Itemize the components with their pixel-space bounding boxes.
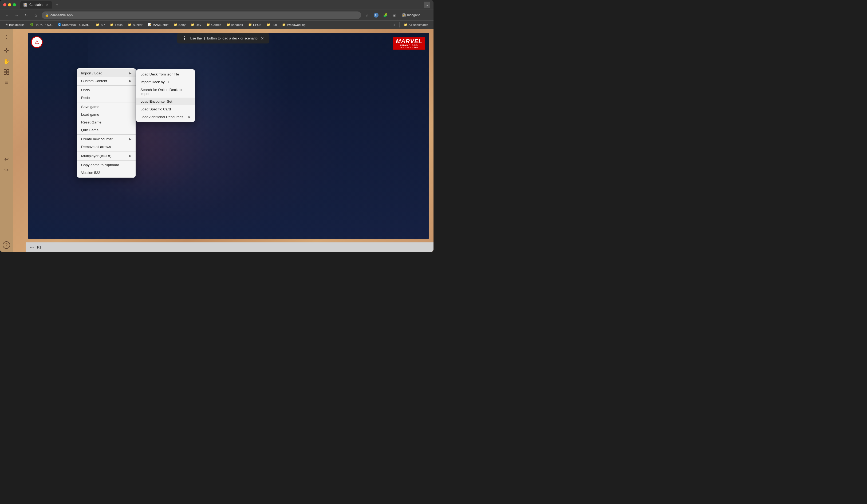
bookmark-item-fetch[interactable]: 📁 Fetch [108, 22, 125, 28]
status-dots-button[interactable]: ••• [30, 245, 34, 249]
bookmark-item-woodworking[interactable]: 📁 Woodworking [280, 22, 308, 28]
new-tab-button[interactable]: + [53, 1, 61, 9]
bookmark-item-epub[interactable]: 📁 EPUB [246, 22, 264, 28]
redo-menu-item[interactable]: Redo [77, 94, 136, 102]
bookmark-label: DreamBox - Clever... [62, 23, 90, 26]
load-deck-json-item[interactable]: Load Deck from json file [136, 70, 195, 78]
bookmark-item-bunker[interactable]: 📁 Bunker [126, 22, 144, 28]
forward-button[interactable]: → [13, 11, 20, 19]
sidebar-toggle-button[interactable]: ▣ [390, 11, 398, 19]
load-additional-resources-item[interactable]: Load Additional Resources ▶ [136, 113, 195, 121]
folder-icon: 📁 [227, 23, 231, 26]
bookmark-all-button[interactable]: 📁 All Bookmarks [402, 22, 430, 28]
sidebar-dots-button[interactable]: ⋮ [2, 32, 11, 42]
custom-content-arrow-icon: ▶ [129, 79, 131, 83]
folder-icon: 📁 [282, 23, 286, 26]
import-load-submenu: Load Deck from json file Import Deck by … [136, 69, 195, 122]
folder-icon: 📁 [128, 23, 131, 26]
url-text: card-table.app [51, 13, 73, 17]
menu-divider-1 [77, 85, 136, 86]
status-bar: ••• P1 [25, 242, 434, 252]
save-game-menu-item[interactable]: Save game [77, 103, 136, 111]
search-online-deck-item[interactable]: Search for Online Deck to Import [136, 86, 195, 98]
game-area[interactable]: ⚠ MARVEL CHAMPIONSTHE CARD GAME ⋮ Use th… [13, 29, 434, 252]
incognito-label: Incognito [407, 13, 420, 17]
redo-button[interactable]: ↪ [2, 165, 11, 175]
bookmarks-more-button[interactable]: » [392, 23, 397, 27]
hand-tool-button[interactable]: ✋ [2, 56, 11, 66]
folder-icon: 📁 [174, 23, 178, 26]
bookmark-star-button[interactable]: ☆ [363, 11, 371, 19]
bookmark-item-sandbox[interactable]: 📁 sandbox [224, 22, 245, 28]
multiplayer-menu-item[interactable]: Multiplayer (BETA) ▶ [77, 152, 136, 160]
notif-dots-icon: ⋮ [182, 36, 186, 41]
quit-game-label: Quit Game [81, 128, 98, 132]
undo-button[interactable]: ↩ [2, 154, 11, 164]
back-button[interactable]: ← [3, 11, 11, 19]
home-button[interactable]: ⌂ [32, 11, 40, 19]
close-window-button[interactable] [3, 3, 7, 7]
import-deck-id-item[interactable]: Import Deck by ID [136, 78, 195, 86]
create-counter-label: Create new counter [81, 137, 113, 141]
title-bar: 🃏 Cardtable ✕ + ⌄ [0, 0, 434, 10]
maximize-window-button[interactable] [13, 3, 16, 7]
minimize-window-button[interactable] [8, 3, 11, 7]
bookmark-item-sony[interactable]: 📁 Sony [172, 22, 188, 28]
reset-game-menu-item[interactable]: Reset Game [77, 118, 136, 126]
load-encounter-set-item[interactable]: Load Encounter Set [136, 98, 195, 105]
import-load-menu-item[interactable]: Import / Load ▶ [77, 69, 136, 77]
help-button[interactable]: ? [3, 241, 10, 249]
search-online-deck-label: Search for Online Deck to Import [140, 88, 191, 96]
remove-arrows-menu-item[interactable]: Remove all arrows [77, 143, 136, 151]
bookmark-item-dreambox[interactable]: C DreamBox - Clever... [56, 22, 93, 28]
profile-button[interactable]: G [372, 11, 380, 19]
bookmark-label: Fun [271, 23, 277, 26]
active-tab[interactable]: 🃏 Cardtable ✕ [20, 1, 52, 9]
bookmark-item-park-prog[interactable]: 🌿 PARK PROG [28, 22, 55, 28]
load-specific-card-label: Load Specific Card [140, 107, 171, 111]
bookmark-item-games[interactable]: 📁 Games [204, 22, 223, 28]
bookmark-label: Fetch [115, 23, 122, 26]
notification-close-button[interactable]: ✕ [261, 36, 264, 41]
bookmark-label: sandbox [232, 23, 243, 26]
quit-game-menu-item[interactable]: Quit Game [77, 126, 136, 134]
bookmark-item-bookmarks[interactable]: ★ Bookmarks [3, 22, 27, 28]
bookmark-label: Bookmarks [9, 23, 24, 26]
bookmark-item-fun[interactable]: 📁 Fun [265, 22, 279, 28]
incognito-button[interactable]: 🕵 Incognito [399, 11, 422, 19]
leaf-icon: 🌿 [30, 23, 34, 26]
browser-menu-button[interactable]: ⋮ [424, 12, 430, 18]
folder-icon: 📁 [110, 23, 114, 26]
extensions-button[interactable]: 🧩 [382, 11, 389, 19]
refresh-button[interactable]: ↻ [22, 11, 30, 19]
tab-close-button[interactable]: ✕ [45, 3, 49, 7]
address-bar[interactable]: 🔒 card-table.app [42, 11, 361, 19]
bookmark-label: EPUB [253, 23, 261, 26]
player-indicator: P1 [37, 245, 41, 249]
bookmark-item-mame[interactable]: 📝 MAME stuff [146, 22, 171, 28]
load-game-menu-item[interactable]: Load game [77, 111, 136, 118]
browser-window: 🃏 Cardtable ✕ + ⌄ ← → ↻ ⌂ 🔒 card-table.a… [0, 0, 434, 252]
lock-icon: 🔒 [45, 13, 49, 17]
load-encounter-set-label: Load Encounter Set [140, 99, 172, 103]
create-counter-menu-item[interactable]: Create new counter ▶ [77, 135, 136, 143]
undo-menu-item[interactable]: Undo [77, 86, 136, 94]
menu-button[interactable]: ≡ [2, 78, 11, 87]
game-logo-icon: ⚠ [31, 36, 43, 48]
dreambox-icon: C [58, 23, 61, 26]
grid-tool-button[interactable] [2, 67, 11, 77]
copy-game-menu-item[interactable]: Copy game to clipboard [77, 161, 136, 169]
move-tool-button[interactable]: ✛ [2, 46, 11, 55]
folder-icon: 📁 [248, 23, 252, 26]
window-menu-button[interactable]: ⌄ [424, 2, 430, 8]
tab-title: Cardtable [29, 3, 43, 7]
load-specific-card-item[interactable]: Load Specific Card [136, 105, 195, 113]
bookmark-item-bp[interactable]: 📁 BP [94, 22, 107, 28]
bookmark-item-dev[interactable]: 📁 Dev [189, 22, 203, 28]
svg-rect-0 [4, 69, 6, 72]
menu-divider-5 [77, 160, 136, 161]
notification-text: Use the ⋮ button to load a deck or scena… [190, 36, 258, 40]
bookmarks-bar: ★ Bookmarks 🌿 PARK PROG C DreamBox - Cle… [0, 20, 434, 29]
save-game-label: Save game [81, 105, 99, 109]
custom-content-menu-item[interactable]: Custom Content ▶ [77, 77, 136, 85]
